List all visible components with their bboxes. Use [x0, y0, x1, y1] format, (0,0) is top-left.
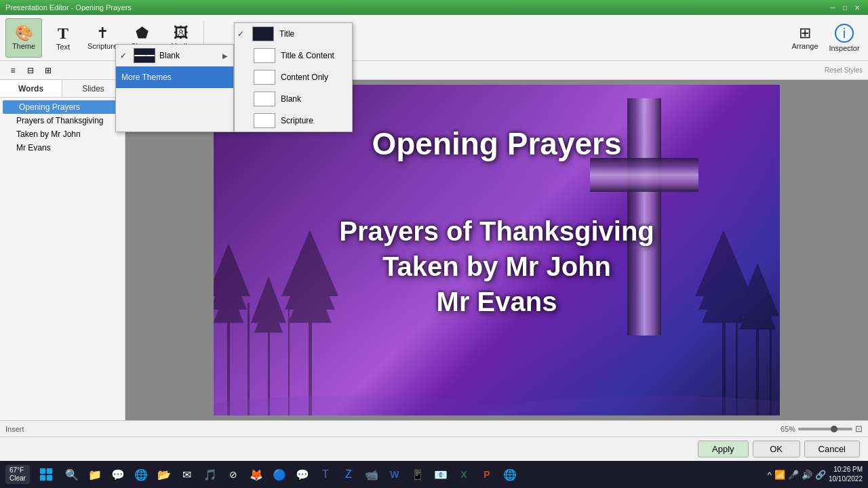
title-bar-controls: ─ □ ✕ [827, 2, 863, 13]
tab-words[interactable]: Words [0, 80, 62, 97]
video-taskbar-icon[interactable]: 📹 [362, 465, 381, 484]
volume-icon[interactable]: 🔊 [802, 470, 812, 480]
cancel-button[interactable]: Cancel [804, 441, 860, 458]
svg-rect-11 [248, 303, 250, 415]
text-button[interactable]: T Text [45, 18, 81, 58]
close-btn[interactable]: ✕ [852, 2, 863, 13]
theme-label: Theme [12, 42, 35, 50]
system-tray-icons: ^ 📶 🎤 🔊 🔗 [768, 470, 826, 480]
content-only-layout-thumbnail [254, 70, 275, 85]
format-outdent-btn[interactable]: ⊞ [41, 63, 56, 78]
maximize-btn[interactable]: □ [840, 2, 850, 13]
firefox-taskbar-icon[interactable]: 🦊 [247, 465, 266, 484]
chrome-taskbar-icon[interactable]: 🔵 [270, 465, 289, 484]
taskbar-right: ^ 📶 🎤 🔊 🔗 10:26 PM 10/10/2022 [768, 465, 863, 484]
sidebar-item-taken-mr-john[interactable]: Taken by Mr John [3, 127, 122, 141]
chat-taskbar-icon[interactable]: 💬 [108, 465, 127, 484]
folder-taskbar-icon[interactable]: 📂 [155, 465, 174, 484]
tray-chevron-icon[interactable]: ^ [768, 470, 772, 480]
reset-styles-label: Reset Styles [825, 66, 863, 74]
teams-taskbar-icon[interactable]: T [316, 465, 335, 484]
excel-taskbar-icon[interactable]: X [454, 465, 473, 484]
taskbar: 67°F Clear 🔍 📁 💬 🌐 📂 ✉ 🎵 ⊘ 🦊 🔵 💬 T Z 📹 W… [0, 461, 868, 488]
cross-horizontal [590, 158, 698, 192]
layout-dropdown: ✓ Title Title & Content Content Only Bla… [234, 22, 353, 132]
text-label: Text [56, 43, 70, 51]
layout-title-item[interactable]: ✓ Title [235, 23, 352, 45]
scripture-layout-thumbnail [254, 113, 275, 128]
sidebar-item-opening-prayers[interactable]: Opening Prayers [3, 100, 122, 114]
start-button[interactable] [34, 462, 58, 487]
zoom-level: 65% [781, 425, 795, 433]
search-taskbar-icon[interactable]: 🔍 [62, 465, 81, 484]
svg-point-23 [485, 396, 780, 415]
sidebar-tabs: Words Slides [0, 80, 125, 98]
mail-taskbar-icon[interactable]: ✉ [178, 465, 197, 484]
dropdown-more-themes[interactable]: More Themes [116, 66, 233, 88]
submenu-arrow-icon: ▶ [222, 52, 228, 60]
layout-content-only-item[interactable]: Content Only [235, 66, 352, 88]
app7-taskbar-icon[interactable]: ⊘ [224, 465, 243, 484]
theme-button[interactable]: 🎨 Theme [5, 18, 42, 58]
weather-condition: Clear [9, 474, 26, 483]
sidebar: Words Slides Opening Prayers Prayers of … [0, 80, 125, 420]
blank-layout-thumbnail [254, 92, 275, 106]
clock-time: 10:26 PM [829, 465, 863, 474]
scripture-label: Scripture [87, 42, 117, 50]
layout-scripture-item[interactable]: Scripture [235, 110, 352, 131]
format-list-btn[interactable]: ≡ [5, 63, 20, 78]
network-icon[interactable]: 🔗 [815, 470, 826, 480]
windows-logo-icon [40, 468, 52, 481]
files-taskbar-icon[interactable]: 📁 [85, 465, 104, 484]
mic-icon[interactable]: 🎤 [788, 470, 799, 480]
mail2-taskbar-icon[interactable]: 📧 [431, 465, 450, 484]
inspector-label: Inspector [829, 44, 859, 52]
title-bar-text: Presentation Editor - Opening Prayers [5, 3, 132, 12]
wifi-icon[interactable]: 📶 [774, 470, 785, 480]
arrange-icon: ⊞ [799, 26, 811, 41]
blank-theme-thumbnail [134, 48, 155, 63]
zoom-fit-icon[interactable]: ⊡ [855, 424, 863, 434]
arrange-button[interactable]: ⊞ Arrange [787, 18, 823, 58]
music-taskbar-icon[interactable]: 🎵 [201, 465, 220, 484]
layout-blank-item[interactable]: Blank [235, 88, 352, 110]
theme-dropdown: ✓ Blank ▶ More Themes [115, 44, 234, 132]
dropdown-blank-item[interactable]: ✓ Blank ▶ [116, 45, 233, 66]
svg-rect-20 [770, 296, 772, 415]
zoom-slider[interactable] [798, 428, 852, 430]
discord-taskbar-icon[interactable]: 💬 [293, 465, 312, 484]
browser2-taskbar-icon[interactable]: 🌐 [500, 465, 519, 484]
inspector-button[interactable]: i Inspector [826, 18, 863, 58]
svg-marker-3 [214, 243, 250, 296]
sidebar-item-prayers-thanksgiving[interactable]: Prayers of Thanksgiving [3, 114, 122, 127]
zoom-thumb [831, 426, 837, 432]
ok-button[interactable]: OK [753, 441, 800, 458]
more-themes-label: More Themes [121, 73, 172, 82]
ppt-taskbar-icon[interactable]: P [477, 465, 496, 484]
svg-point-22 [214, 396, 519, 415]
zoom-taskbar-icon[interactable]: Z [339, 465, 358, 484]
format-indent-btn[interactable]: ⊟ [23, 63, 38, 78]
layout-blank-label: Blank [281, 94, 301, 104]
edge-taskbar-icon[interactable]: 🌐 [132, 465, 151, 484]
layout-title-content-item[interactable]: Title & Content [235, 45, 352, 66]
layout-content-only-label: Content Only [281, 73, 328, 82]
whatsapp-taskbar-icon[interactable]: 📱 [408, 465, 427, 484]
blank-theme-label: Blank [159, 51, 180, 60]
insert-label: Insert [5, 425, 24, 433]
title-layout-thumbnail [252, 26, 274, 41]
arrange-label: Arrange [791, 42, 818, 50]
check-icon: ✓ [120, 51, 130, 60]
theme-icon: 🎨 [15, 26, 33, 41]
group-icon [7, 103, 15, 111]
minimize-btn[interactable]: ─ [827, 2, 838, 13]
text-icon: T [58, 25, 68, 41]
layout-title-content-label: Title & Content [281, 51, 334, 60]
word-taskbar-icon[interactable]: W [385, 465, 404, 484]
sidebar-item-mr-evans[interactable]: Mr Evans [3, 141, 122, 155]
apply-button[interactable]: Apply [698, 441, 749, 458]
layout-check-icon: ✓ [237, 29, 247, 39]
taskbar-clock[interactable]: 10:26 PM 10/10/2022 [829, 465, 863, 484]
taskbar-weather: 67°F Clear [5, 465, 30, 484]
sidebar-list: Opening Prayers Prayers of Thanksgiving … [0, 98, 125, 420]
